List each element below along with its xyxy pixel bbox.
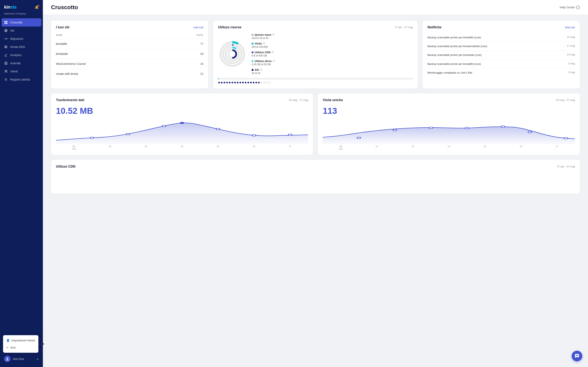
donut-chart-area xyxy=(218,33,247,75)
data-transfer-value: 10.52 MB xyxy=(56,106,308,116)
help-center-button[interactable]: Help Center i xyxy=(560,6,580,9)
col-visits: VISITE xyxy=(175,33,204,39)
svg-point-17 xyxy=(4,79,5,80)
svg-point-19 xyxy=(7,358,8,359)
table-row[interactable]: create with kinsta22 xyxy=(56,69,203,79)
site-visits: 34 xyxy=(175,59,204,69)
legend-disco: Utilizzo disco ⓘ 2.45 GB di 50 GB xyxy=(251,59,413,66)
notifications-card: Notifiche Vedi tutti Backup scaricabile … xyxy=(423,21,580,89)
page-title: Cruscotto xyxy=(51,4,78,11)
site-visits: 49 xyxy=(175,49,204,59)
table-row[interactable]: kinstalife77 xyxy=(56,39,203,49)
notification-item: Monitoraggio completato su Joe's Site3 m… xyxy=(428,68,575,77)
svg-rect-0 xyxy=(4,21,6,22)
svg-rect-2 xyxy=(4,23,6,24)
notifications-view-all-link[interactable]: Vedi tutti xyxy=(565,26,575,29)
legend-questo-mese: Questo mese ⓘ Giorno 30 di 30 xyxy=(251,33,413,40)
notification-item: Backup scaricabile pronto per kinstalife… xyxy=(428,33,575,42)
col-name: NOME xyxy=(56,33,175,39)
logout-icon: ↩ xyxy=(6,346,9,349)
unique-visits-chart xyxy=(323,120,575,144)
questo-mese-value: Giorno 30 di 30 xyxy=(251,37,413,40)
sites-card-header: I tuoi siti Vedi tutti xyxy=(56,25,203,29)
help-center-label: Help Center xyxy=(560,6,575,9)
notif-text: Backup scaricabile pronto per kinstamult… xyxy=(428,44,564,48)
cdn-row: Utilizzo CDN 27 apr – 27 mag xyxy=(51,160,580,194)
donut-chart xyxy=(218,40,247,68)
svg-rect-1 xyxy=(6,21,7,22)
sidebar-label-utenti: Utenti xyxy=(10,70,18,73)
notifications-card-title: Notifiche xyxy=(428,25,441,29)
sidebar-label-kinsta-dns: Kinsta DNS xyxy=(10,45,25,49)
sidebar-item-utenti[interactable]: Utenti xyxy=(0,67,43,75)
uv-x-label-22: 22 xyxy=(359,145,395,150)
logout-menu-item[interactable]: ↩ Esci xyxy=(3,344,38,351)
sites-table: NOME VISITE kinstalife77kinstasite49WooC… xyxy=(56,33,203,79)
svg-point-7 xyxy=(5,46,5,46)
sidebar-item-cruscotto[interactable]: Cruscotto xyxy=(2,18,41,26)
notification-item: Backup scaricabile pronto per kinstasite… xyxy=(428,51,575,59)
data-transfer-title: Trasferimento dati xyxy=(56,98,84,102)
info-icon-visite[interactable]: ⓘ xyxy=(263,42,265,45)
notifications-card-header: Notifiche Vedi tutti xyxy=(428,25,575,29)
sidebar-label-azienda: Azienda xyxy=(10,62,21,65)
uv-x-label-27: 27 xyxy=(539,145,575,150)
site-visits: 77 xyxy=(175,39,204,49)
dot-darkblue-siti xyxy=(251,69,254,71)
users-icon xyxy=(4,69,8,73)
sidebar-label-migrazioni: Migrazioni xyxy=(10,37,23,40)
main-header: Cruscotto Help Center i xyxy=(43,0,588,15)
chat-button[interactable] xyxy=(572,351,582,361)
user-name: John Doe xyxy=(13,358,34,360)
unique-visits-date: 20 mag – 27 mag xyxy=(556,99,575,101)
dot-teal-visite xyxy=(251,43,254,45)
notification-item: Backup scaricabile pronto per kinstamult… xyxy=(428,42,575,51)
unique-visits-value: 113 xyxy=(323,106,575,116)
svg-point-40 xyxy=(528,131,532,133)
uv-x-label-25: 25 xyxy=(467,145,503,150)
notif-date: 19 mag xyxy=(567,36,575,39)
unique-visits-title: Visite uniche xyxy=(323,98,343,102)
resources-card-title: Utilizzo risorse xyxy=(218,25,241,29)
table-row[interactable]: kinstasite49 xyxy=(56,49,203,59)
user-section[interactable]: John Doe ▲ xyxy=(0,353,43,365)
info-icon-siti[interactable]: ⓘ xyxy=(260,68,262,71)
legend-cdn: Utilizzo CDN ⓘ 0 B di 400 GB xyxy=(251,51,413,57)
resources-card: Utilizzo risorse 27 apr – 27 mag xyxy=(213,21,417,89)
info-icon-cdn[interactable]: ⓘ xyxy=(272,51,274,54)
sidebar-label-siti: Siti xyxy=(10,29,14,32)
progress-section: // Generate dots inline document.addEven… xyxy=(218,78,413,83)
info-icon-disco[interactable]: ⓘ xyxy=(273,59,275,63)
top-row: I tuoi siti Vedi tutti NOME VISITE kinst… xyxy=(51,21,580,89)
notif-text: Backup scaricabile pronto per kinstasite… xyxy=(428,53,564,57)
notif-date: 13 mag xyxy=(567,53,575,56)
sidebar-bottom: John Doe ▲ xyxy=(0,350,43,367)
x-label-26: 26 xyxy=(236,145,272,150)
user-settings-icon: 👤 xyxy=(6,339,9,342)
sidebar-label-cruscotto: Cruscotto xyxy=(10,21,22,24)
dot-lightblue-disco xyxy=(251,60,254,62)
svg-point-32 xyxy=(216,128,220,130)
sidebar-item-kinsta-dns[interactable]: Kinsta DNS xyxy=(0,43,43,51)
sites-view-all-link[interactable]: Vedi tutti xyxy=(193,26,203,29)
sidebar-item-siti[interactable]: Siti xyxy=(0,26,43,35)
svg-rect-3 xyxy=(6,23,7,24)
svg-point-8 xyxy=(5,48,5,48)
sidebar-item-migrazioni[interactable]: Migrazioni xyxy=(0,35,43,43)
progress-dots-area: // Generate dots inline document.addEven… xyxy=(218,82,413,83)
user-settings-menu-item[interactable]: 👤 Impostazioni Utente xyxy=(3,337,38,344)
siti-value: 16 di 20 xyxy=(251,72,413,75)
sidebar-label-registro-attivita: Registro attività xyxy=(10,78,30,81)
table-row[interactable]: WooCommerce Course34 xyxy=(56,59,203,69)
sidebar-item-azienda[interactable]: Azienda xyxy=(0,59,43,67)
unique-visits-card: Visite uniche 20 mag – 27 mag 113 xyxy=(318,93,580,155)
x-label-24: 24 xyxy=(164,145,200,150)
svg-point-37 xyxy=(429,127,433,129)
sidebar-item-registro-attivita[interactable]: Registro attività xyxy=(0,75,43,83)
chart-icon xyxy=(4,53,8,57)
bell-icon[interactable]: 🔔 xyxy=(35,5,39,9)
info-icon-questo-mese[interactable]: ⓘ xyxy=(272,33,275,36)
sidebar-item-analytics[interactable]: Analytics xyxy=(0,51,43,59)
user-avatar xyxy=(4,356,11,362)
svg-point-34 xyxy=(288,134,292,136)
